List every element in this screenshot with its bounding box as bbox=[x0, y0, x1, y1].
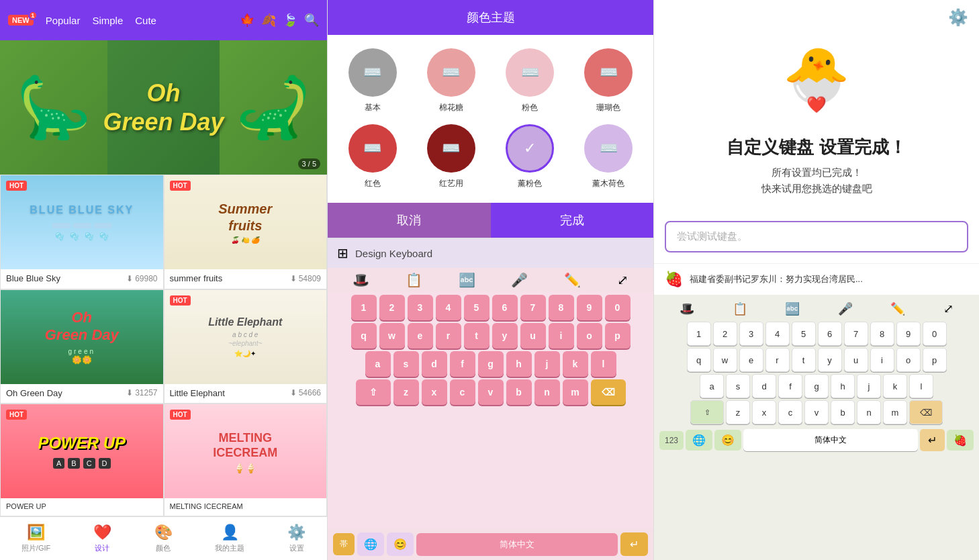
kb-key-4[interactable]: 4 bbox=[436, 295, 461, 320]
kb-key-r[interactable]: r bbox=[436, 323, 461, 348]
kb-key-k[interactable]: k bbox=[563, 351, 588, 377]
rk-key-n[interactable]: n bbox=[857, 400, 881, 424]
rk-strawberry-key[interactable]: 🍓 bbox=[947, 430, 974, 451]
rk-key-k[interactable]: k bbox=[883, 374, 907, 398]
kb-key-q[interactable]: q bbox=[351, 323, 377, 348]
kb-key-a[interactable]: a bbox=[365, 351, 391, 377]
rk-key-o[interactable]: o bbox=[896, 348, 921, 372]
rk-globe-key[interactable]: 🌐 bbox=[686, 430, 712, 451]
color-theme-lavender[interactable]: ✓ 薰粉色 bbox=[496, 124, 564, 189]
kb-key-x[interactable]: x bbox=[422, 379, 447, 405]
kb-key-f[interactable]: f bbox=[450, 351, 475, 377]
kb-123-key[interactable]: 帯 bbox=[333, 533, 355, 555]
theme-card-blue-blue-sky[interactable]: HOT BLUE BLUE SKY 🫧🫧🫧🫧 Blue Blue Sky ⬇ 6… bbox=[0, 175, 164, 289]
rk-key-7[interactable]: 7 bbox=[844, 322, 868, 346]
news-item[interactable]: 🍓 福建省委副书记罗东川：努力实现台湾居民... bbox=[654, 263, 979, 295]
kb-tool-hat[interactable]: 🎩 bbox=[353, 272, 369, 288]
kb-key-2[interactable]: 2 bbox=[379, 295, 405, 320]
kb-key-h[interactable]: h bbox=[506, 351, 532, 377]
rk-key-u[interactable]: u bbox=[844, 348, 868, 372]
rk-key-b[interactable]: b bbox=[831, 400, 855, 424]
color-theme-red[interactable]: ⌨️ 红色 bbox=[338, 124, 406, 189]
kb-key-v[interactable]: v bbox=[478, 379, 504, 405]
kb-key-e[interactable]: e bbox=[408, 323, 433, 348]
kb-key-7[interactable]: 7 bbox=[520, 295, 546, 320]
kb-key-o[interactable]: o bbox=[577, 323, 602, 348]
settings-gear-icon[interactable]: ⚙️ bbox=[948, 8, 968, 27]
test-input-area[interactable]: 尝试测试键盘。 bbox=[665, 221, 968, 252]
kb-tool-clipboard[interactable]: 📋 bbox=[406, 272, 422, 288]
rk-enter-key[interactable]: ↵ bbox=[920, 429, 945, 451]
color-theme-crimson[interactable]: ⌨️ 红艺用 bbox=[417, 124, 485, 189]
banner[interactable]: 🦕 🦕 Oh Green Day 3 / 5 bbox=[0, 40, 327, 175]
bottom-nav-color[interactable]: 🎨 颜色 bbox=[154, 524, 173, 553]
color-theme-pink[interactable]: ⌨️ 粉色 bbox=[496, 48, 564, 113]
rk-key-8[interactable]: 8 bbox=[870, 322, 894, 346]
kb-emoji-key[interactable]: 😊 bbox=[387, 532, 414, 556]
rk-clipboard-icon[interactable]: 📋 bbox=[733, 301, 747, 316]
kb-key-8[interactable]: 8 bbox=[549, 295, 574, 320]
kb-space-key[interactable]: 简体中文 bbox=[416, 533, 618, 556]
rk-key-l[interactable]: l bbox=[909, 374, 933, 398]
theme-card-melting-icecream[interactable]: HOT MELTINGICECREAM 🍦🍦 MELTING ICECREAM bbox=[164, 404, 328, 516]
rk-key-r[interactable]: r bbox=[765, 348, 790, 372]
kb-key-j[interactable]: j bbox=[534, 351, 560, 377]
rk-key-m[interactable]: m bbox=[883, 400, 907, 424]
rk-key-c[interactable]: c bbox=[778, 400, 802, 424]
rk-shift-key[interactable]: ⇧ bbox=[690, 400, 724, 424]
rk-pencil-icon[interactable]: ✏️ bbox=[890, 301, 905, 316]
kb-key-t[interactable]: t bbox=[464, 323, 490, 348]
rk-key-y[interactable]: y bbox=[818, 348, 842, 372]
kb-key-n[interactable]: n bbox=[534, 379, 560, 405]
rk-key-f[interactable]: f bbox=[778, 374, 802, 398]
kb-key-9[interactable]: 9 bbox=[577, 295, 602, 320]
theme-card-oh-green-day[interactable]: OhGreen Day green 🌼🌼 Oh Green Day ⬇ 3125… bbox=[0, 289, 164, 404]
rk-123-key[interactable]: 123 bbox=[659, 431, 684, 450]
color-theme-light-purple[interactable]: ⌨️ 薰木荷色 bbox=[575, 124, 643, 189]
bottom-nav-design[interactable]: ❤️ 设计 bbox=[93, 524, 111, 553]
bottom-nav-photos[interactable]: 🖼️ 照片/GIF bbox=[21, 524, 50, 553]
rk-backspace-key[interactable]: ⌫ bbox=[909, 400, 943, 424]
rk-key-0[interactable]: 0 bbox=[923, 322, 947, 346]
kb-key-s[interactable]: s bbox=[393, 351, 419, 377]
kb-tool-translate[interactable]: 🔤 bbox=[459, 272, 475, 288]
kb-tool-arrows[interactable]: ⤢ bbox=[617, 272, 628, 288]
color-theme-cotton[interactable]: ⌨️ 棉花糖 bbox=[417, 48, 485, 113]
rk-key-9[interactable]: 9 bbox=[896, 322, 921, 346]
rk-key-p[interactable]: p bbox=[923, 348, 947, 372]
kb-tool-pencil[interactable]: ✏️ bbox=[564, 272, 581, 288]
rk-key-d[interactable]: d bbox=[752, 374, 776, 398]
rk-key-x[interactable]: x bbox=[752, 400, 776, 424]
rk-key-e[interactable]: e bbox=[739, 348, 763, 372]
kb-key-z[interactable]: z bbox=[393, 379, 419, 405]
kb-key-u[interactable]: u bbox=[520, 323, 546, 348]
kb-key-g[interactable]: g bbox=[478, 351, 504, 377]
kb-key-y[interactable]: y bbox=[492, 323, 518, 348]
theme-card-power-up[interactable]: HOT POWER UP A B C D POWER UP bbox=[0, 404, 164, 516]
rk-key-j[interactable]: j bbox=[857, 374, 881, 398]
rk-translate-icon[interactable]: 🔤 bbox=[785, 301, 800, 316]
kb-key-p[interactable]: p bbox=[605, 323, 631, 348]
rk-key-i[interactable]: i bbox=[870, 348, 894, 372]
nav-popular[interactable]: Popular bbox=[46, 15, 81, 26]
kb-key-6[interactable]: 6 bbox=[492, 295, 518, 320]
theme-card-little-elephant[interactable]: HOT Little Elephant a b c d e ~elephant~… bbox=[164, 289, 328, 404]
kb-key-5[interactable]: 5 bbox=[464, 295, 490, 320]
kb-shift-key[interactable]: ⇧ bbox=[356, 379, 391, 405]
rk-emoji-key[interactable]: 😊 bbox=[714, 430, 741, 451]
nav-new-tab[interactable]: NEW 1 bbox=[8, 15, 34, 26]
rk-key-s[interactable]: s bbox=[726, 374, 750, 398]
rk-mic-icon[interactable]: 🎤 bbox=[838, 301, 853, 316]
kb-key-i[interactable]: i bbox=[549, 323, 574, 348]
rk-key-5[interactable]: 5 bbox=[792, 322, 816, 346]
cancel-button[interactable]: 取消 bbox=[328, 203, 491, 238]
rk-key-2[interactable]: 2 bbox=[713, 322, 737, 346]
kb-backspace-key[interactable]: ⌫ bbox=[591, 379, 626, 405]
rk-key-v[interactable]: v bbox=[804, 400, 829, 424]
rk-key-1[interactable]: 1 bbox=[687, 322, 711, 346]
kb-key-d[interactable]: d bbox=[422, 351, 447, 377]
rk-key-z[interactable]: z bbox=[726, 400, 750, 424]
nav-cute[interactable]: Cute bbox=[135, 15, 156, 26]
rk-key-t[interactable]: t bbox=[792, 348, 816, 372]
color-theme-coral[interactable]: ⌨️ 珊瑚色 bbox=[575, 48, 643, 113]
